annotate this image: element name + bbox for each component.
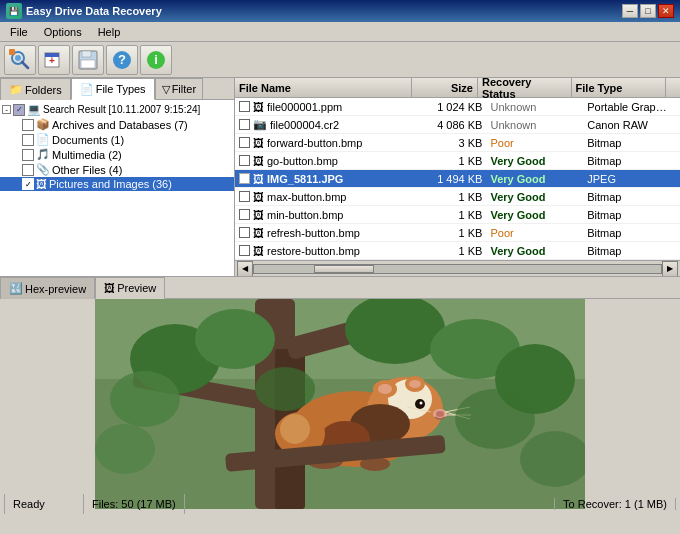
folder-tab-icon: 📁	[9, 83, 23, 96]
file-status-cell: Unknown	[486, 100, 583, 114]
file-name-cell: 🖼 forward-button.bmp	[235, 136, 419, 150]
row-checkbox[interactable]: ✓	[239, 173, 250, 184]
file-icon: 🖼	[253, 173, 264, 185]
table-row[interactable]: 🖼 max-button.bmp 1 KB Very Good Bitmap	[235, 188, 680, 206]
menu-options[interactable]: Options	[38, 24, 88, 40]
otherfiles-checkbox[interactable]	[22, 164, 34, 176]
tab-preview[interactable]: 🖼 Preview	[95, 277, 165, 299]
save-button[interactable]	[72, 45, 104, 75]
tab-file-types[interactable]: 📄 File Types	[71, 78, 155, 100]
table-row[interactable]: 🖼 restore-button.bmp 1 KB Very Good Bitm…	[235, 242, 680, 260]
tree-pictures[interactable]: ✓ 🖼 Pictures and Images (36)	[0, 177, 234, 191]
folder-tab-label: Folders	[25, 84, 62, 96]
col-header-size[interactable]: Size	[412, 78, 478, 97]
expand-root[interactable]: -	[2, 105, 11, 114]
filetype-tab-icon: 📄	[80, 83, 94, 96]
documents-icon: 📄	[36, 133, 50, 146]
info-button[interactable]: i	[140, 45, 172, 75]
scan-button[interactable]	[4, 45, 36, 75]
col-header-type[interactable]: File Type	[572, 78, 666, 97]
file-type-cell: Bitmap	[583, 226, 680, 240]
tree-root[interactable]: - ✓ 💻 Search Result [10.11.2007 9:15:24]	[0, 102, 234, 117]
bottom-panel: 🔣 Hex-preview 🖼 Preview	[0, 277, 680, 509]
file-list-body[interactable]: 🖼 file000001.ppm 1 024 KB Unknown Portab…	[235, 98, 680, 260]
svg-rect-9	[81, 60, 95, 68]
svg-point-1	[15, 55, 21, 61]
row-checkbox[interactable]	[239, 191, 250, 202]
left-tabs: 📁 Folders 📄 File Types ▽ Filter	[0, 78, 234, 100]
toolbar: + ? i	[0, 42, 680, 78]
file-size-cell: 1 KB	[419, 190, 487, 204]
svg-point-48	[255, 367, 315, 411]
file-icon: 🖼	[253, 227, 264, 239]
tree-archives[interactable]: 📦 Archives and Databases (7)	[0, 117, 234, 132]
documents-label: Documents (1)	[52, 134, 124, 146]
svg-point-49	[455, 389, 535, 449]
row-checkbox[interactable]	[239, 155, 250, 166]
archives-icon: 📦	[36, 118, 50, 131]
file-name-cell: 🖼 max-button.bmp	[235, 190, 419, 204]
file-name-cell: 🖼 go-button.bmp	[235, 154, 419, 168]
tree-other-files[interactable]: 📎 Other Files (4)	[0, 162, 234, 177]
maximize-button[interactable]: □	[640, 4, 656, 18]
tree-multimedia[interactable]: 🎵 Multimedia (2)	[0, 147, 234, 162]
row-checkbox[interactable]	[239, 227, 250, 238]
scroll-thumb[interactable]	[314, 265, 374, 273]
root-checkbox[interactable]: ✓	[13, 104, 25, 116]
file-list-header: File Name Size Recovery Status File Type	[235, 78, 680, 98]
row-checkbox[interactable]	[239, 119, 250, 130]
multimedia-checkbox[interactable]	[22, 149, 34, 161]
add-button[interactable]: +	[38, 45, 70, 75]
table-row[interactable]: ✓ 🖼 IMG_5811.JPG 1 494 KB Very Good JPEG	[235, 170, 680, 188]
file-size-cell: 4 086 KB	[419, 118, 487, 132]
svg-text:i: i	[154, 52, 158, 67]
scroll-right-button[interactable]: ▶	[662, 261, 678, 277]
tab-folders[interactable]: 📁 Folders	[0, 78, 71, 100]
preview-icon: 🖼	[104, 282, 115, 294]
file-size-cell: 1 024 KB	[419, 100, 487, 114]
tab-filter[interactable]: ▽ Filter	[155, 78, 203, 100]
file-status-cell: Unknown	[486, 118, 583, 132]
file-name-cell: ✓ 🖼 IMG_5811.JPG	[235, 172, 419, 186]
otherfiles-label: Other Files (4)	[52, 164, 122, 176]
multimedia-icon: 🎵	[36, 148, 50, 161]
file-type-cell: Bitmap	[583, 208, 680, 222]
menu-file[interactable]: File	[4, 24, 34, 40]
table-row[interactable]: 🖼 refresh-button.bmp 1 KB Poor Bitmap	[235, 224, 680, 242]
pictures-checkbox[interactable]: ✓	[22, 178, 34, 190]
file-type-cell: Bitmap	[583, 154, 680, 168]
table-row[interactable]: 🖼 go-button.bmp 1 KB Very Good Bitmap	[235, 152, 680, 170]
archives-checkbox[interactable]	[22, 119, 34, 131]
status-right: To Recover: 1 (1 MB)	[554, 498, 676, 510]
close-button[interactable]: ✕	[658, 4, 674, 18]
title-bar-controls: ─ □ ✕	[622, 4, 674, 18]
svg-point-21	[195, 309, 275, 369]
row-checkbox[interactable]	[239, 101, 250, 112]
menu-help[interactable]: Help	[92, 24, 127, 40]
horizontal-scrollbar[interactable]: ◀ ▶	[235, 260, 680, 276]
row-checkbox[interactable]	[239, 245, 250, 256]
title-bar: 💾 Easy Drive Data Recovery ─ □ ✕	[0, 0, 680, 22]
scroll-track[interactable]	[253, 264, 662, 274]
table-row[interactable]: 📷 file000004.cr2 4 086 KB Unknown Canon …	[235, 116, 680, 134]
title-bar-left: 💾 Easy Drive Data Recovery	[6, 3, 162, 19]
documents-checkbox[interactable]	[22, 134, 34, 146]
row-checkbox[interactable]	[239, 209, 250, 220]
preview-content	[0, 299, 680, 509]
hdd-icon: 💻	[27, 103, 41, 116]
file-icon: 🖼	[253, 155, 264, 167]
table-row[interactable]: 🖼 forward-button.bmp 3 KB Poor Bitmap	[235, 134, 680, 152]
tab-hex-preview[interactable]: 🔣 Hex-preview	[0, 277, 95, 299]
tree-documents[interactable]: 📄 Documents (1)	[0, 132, 234, 147]
scroll-left-button[interactable]: ◀	[237, 261, 253, 277]
table-row[interactable]: 🖼 file000001.ppm 1 024 KB Unknown Portab…	[235, 98, 680, 116]
row-checkbox[interactable]	[239, 137, 250, 148]
file-type-cell: Bitmap	[583, 244, 680, 258]
table-row[interactable]: 🖼 min-button.bmp 1 KB Very Good Bitmap	[235, 206, 680, 224]
root-label: Search Result [10.11.2007 9:15:24]	[43, 104, 200, 115]
col-header-name[interactable]: File Name	[235, 78, 412, 97]
col-header-status[interactable]: Recovery Status	[478, 78, 572, 97]
help-button[interactable]: ?	[106, 45, 138, 75]
status-files: Files: 50 (17 MB)	[84, 494, 185, 514]
minimize-button[interactable]: ─	[622, 4, 638, 18]
